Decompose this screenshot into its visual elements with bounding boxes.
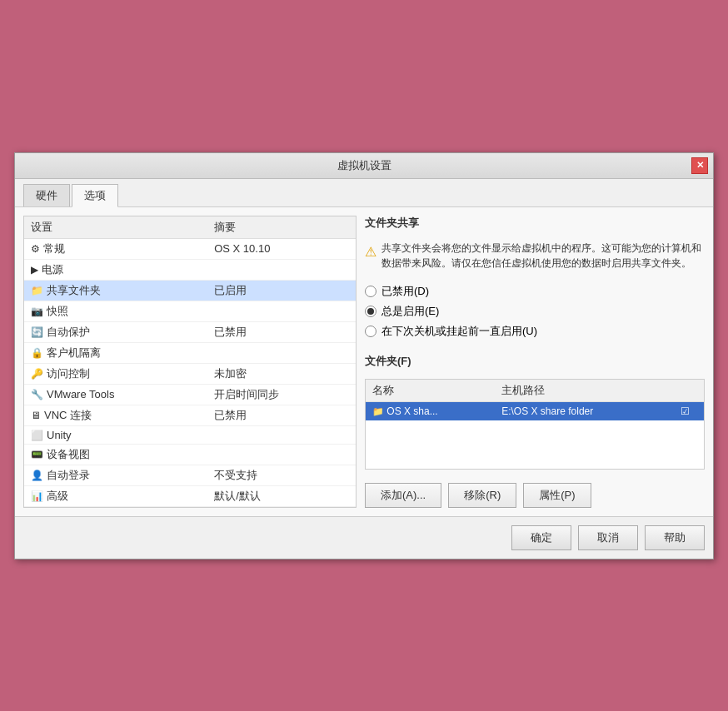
radio-disabled-label: 已禁用(D): [381, 284, 429, 299]
settings-cell-name: 📷快照: [24, 301, 207, 321]
settings-row-auto_protect[interactable]: 🔄自动保护 已禁用: [24, 321, 356, 342]
radio-always-label: 总是启用(E): [381, 304, 439, 319]
folder-row-osx_share[interactable]: 📁 OS X sha... E:\OS X share folder ☑: [366, 401, 704, 420]
row-icon-auto_protect: 🔄: [31, 326, 43, 338]
settings-cell-name: ▶电源: [24, 259, 207, 280]
folder-section-title: 文件夹(F): [365, 354, 705, 369]
settings-cell-summary: 已禁用: [207, 321, 356, 342]
settings-cell-name: ⚙常规: [24, 238, 207, 259]
settings-row-snapshot[interactable]: 📷快照: [24, 301, 356, 321]
settings-row-vmware_tools[interactable]: 🔧VMware Tools 开启时间同步: [24, 384, 356, 405]
cancel-button[interactable]: 取消: [578, 525, 638, 550]
settings-table: 设置 摘要 ⚙常规 OS X 10.10 ▶电源 📁共享文件夹 已启用 📷快照 …: [24, 216, 356, 507]
radio-always[interactable]: 总是启用(E): [365, 304, 705, 319]
row-icon-general: ⚙: [31, 243, 40, 255]
settings-row-vnc[interactable]: 🖥VNC 连接 已禁用: [24, 405, 356, 425]
settings-cell-name: 🖥VNC 连接: [24, 405, 207, 425]
settings-cell-name: 🔑访问控制: [24, 363, 207, 384]
settings-row-unity[interactable]: ⬜Unity: [24, 425, 356, 444]
warning-icon: ⚠: [365, 242, 376, 271]
tab-options[interactable]: 选项: [72, 184, 118, 207]
add-button[interactable]: 添加(A)...: [365, 483, 441, 508]
warning-text: 共享文件夹会将您的文件显示给虚拟机中的程序。这可能为您的计算机和数据带来风险。请…: [381, 241, 705, 271]
settings-cell-name: 🔧VMware Tools: [24, 384, 207, 405]
settings-cell-summary: 不受支持: [207, 465, 356, 485]
tab-hardware[interactable]: 硬件: [23, 184, 70, 206]
settings-cell-name: 🔒客户机隔离: [24, 342, 207, 363]
properties-button[interactable]: 属性(P): [523, 483, 591, 508]
title-bar: 虚拟机设置 ✕: [15, 153, 713, 179]
row-icon-auto_login: 👤: [31, 470, 43, 481]
row-icon-access_control: 🔑: [31, 368, 43, 380]
settings-cell-name: ⬜Unity: [24, 425, 207, 444]
dialog-title: 虚拟机设置: [337, 158, 391, 173]
radio-always-circle: [365, 306, 376, 317]
folder-cell-checkbox[interactable]: ☑: [667, 401, 704, 420]
folder-table: 名称 主机路径 📁 OS X sha... E:\OS X share fold…: [366, 380, 704, 420]
settings-cell-summary: 默认/默认: [207, 485, 356, 506]
radio-disabled-circle: [365, 286, 376, 297]
folder-col-enabled: [667, 380, 704, 402]
folder-cell-name: 📁 OS X sha...: [366, 401, 495, 420]
folder-table-container: 名称 主机路径 📁 OS X sha... E:\OS X share fold…: [365, 379, 705, 470]
help-button[interactable]: 帮助: [645, 525, 705, 550]
settings-row-advanced[interactable]: 📊高级 默认/默认: [24, 485, 356, 506]
row-icon-advanced: 📊: [31, 490, 43, 502]
folder-share-title: 文件夹共享: [365, 216, 705, 231]
settings-cell-name: 📟设备视图: [24, 444, 207, 465]
warning-box: ⚠ 共享文件夹会将您的文件显示给虚拟机中的程序。这可能为您的计算机和数据带来风险…: [365, 241, 705, 271]
tabs-bar: 硬件 选项: [15, 179, 713, 207]
settings-row-auto_login[interactable]: 👤自动登录 不受支持: [24, 465, 356, 485]
settings-cell-summary: 未加密: [207, 363, 356, 384]
row-icon-vmware_tools: 🔧: [31, 389, 43, 400]
settings-cell-name: 📊高级: [24, 485, 207, 506]
row-icon-snapshot: 📷: [31, 306, 43, 317]
settings-cell-summary: 开启时间同步: [207, 384, 356, 405]
settings-cell-summary: [207, 342, 356, 363]
settings-cell-summary: [207, 444, 356, 465]
col-summary: 摘要: [207, 216, 356, 239]
folder-actions: 添加(A)... 移除(R) 属性(P): [365, 483, 705, 508]
row-icon-shared_folder: 📁: [31, 285, 43, 296]
folder-col-name: 名称: [366, 380, 495, 402]
settings-row-access_control[interactable]: 🔑访问控制 未加密: [24, 363, 356, 384]
row-icon-unity: ⬜: [31, 430, 43, 441]
close-button[interactable]: ✕: [691, 157, 708, 174]
bottom-bar: 确定 取消 帮助: [15, 516, 713, 559]
row-icon-device_view: 📟: [31, 449, 43, 460]
remove-button[interactable]: 移除(R): [448, 483, 516, 508]
radio-until-off-circle: [365, 326, 376, 337]
folder-icon: 📁: [372, 406, 384, 416]
settings-row-guest_isolation[interactable]: 🔒客户机隔离: [24, 342, 356, 363]
radio-until-off-label: 在下次关机或挂起前一直启用(U): [381, 324, 537, 339]
col-settings: 设置: [24, 216, 207, 239]
row-icon-guest_isolation: 🔒: [31, 347, 43, 359]
radio-disabled[interactable]: 已禁用(D): [365, 284, 705, 299]
radio-until-off[interactable]: 在下次关机或挂起前一直启用(U): [365, 324, 705, 339]
settings-cell-summary: [207, 259, 356, 280]
folder-col-host-path: 主机路径: [495, 380, 667, 402]
dialog: 虚拟机设置 ✕ 硬件 选项 设置 摘要 ⚙常规 OS X 10.10: [14, 152, 714, 559]
settings-cell-name: 📁共享文件夹: [24, 280, 207, 301]
row-icon-power: ▶: [31, 264, 38, 276]
settings-cell-name: 👤自动登录: [24, 465, 207, 485]
settings-cell-summary: [207, 425, 356, 444]
settings-cell-summary: [207, 301, 356, 321]
ok-button[interactable]: 确定: [511, 525, 571, 550]
settings-row-power[interactable]: ▶电源: [24, 259, 356, 280]
settings-row-general[interactable]: ⚙常规 OS X 10.10: [24, 238, 356, 259]
settings-cell-summary: 已禁用: [207, 405, 356, 425]
settings-row-shared_folder[interactable]: 📁共享文件夹 已启用: [24, 280, 356, 301]
settings-cell-summary: OS X 10.10: [207, 238, 356, 259]
folder-cell-path: E:\OS X share folder: [495, 401, 667, 420]
right-panel: 文件夹共享 ⚠ 共享文件夹会将您的文件显示给虚拟机中的程序。这可能为您的计算机和…: [365, 216, 705, 508]
radio-group: 已禁用(D) 总是启用(E) 在下次关机或挂起前一直启用(U): [365, 284, 705, 339]
row-icon-vnc: 🖥: [31, 410, 41, 421]
content-area: 设置 摘要 ⚙常规 OS X 10.10 ▶电源 📁共享文件夹 已启用 📷快照 …: [15, 207, 713, 516]
settings-row-device_view[interactable]: 📟设备视图: [24, 444, 356, 465]
settings-cell-summary: 已启用: [207, 280, 356, 301]
settings-cell-name: 🔄自动保护: [24, 321, 207, 342]
left-panel: 设置 摘要 ⚙常规 OS X 10.10 ▶电源 📁共享文件夹 已启用 📷快照 …: [23, 216, 357, 508]
